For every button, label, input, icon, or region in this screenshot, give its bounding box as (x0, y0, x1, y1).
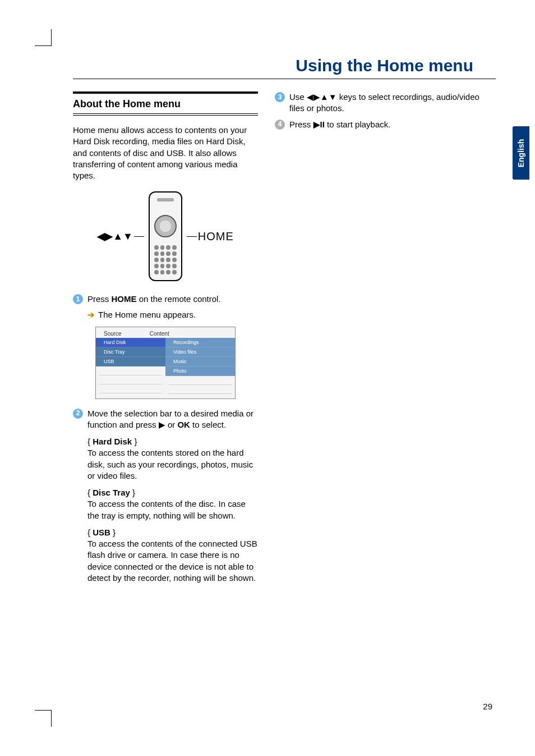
option-label: USB (93, 528, 110, 537)
right-column: 3 Use ◀▶▲▼ keys to select recordings, au… (275, 91, 496, 584)
home-key-label: HOME (112, 294, 137, 304)
page-number: 29 (483, 702, 492, 711)
option-label-row: { USB } (87, 527, 258, 538)
menu-item-harddisk: Hard Disk (96, 338, 165, 347)
remote-control-diagram: ◀▶▲▼ HOME (73, 191, 258, 281)
menu-item-photo: Photo (165, 366, 235, 376)
section-heading: About the Home menu (73, 98, 258, 110)
text: Use (289, 92, 307, 102)
result-text: The Home menu appears. (98, 310, 196, 320)
nav-keys-callout: ◀▶▲▼ (97, 230, 144, 242)
ok-key-label: OK (177, 420, 190, 429)
result-arrow-icon: ➔ (87, 310, 95, 320)
option-disc-tray: { Disc Tray } To access the contents of … (87, 487, 258, 521)
left-column: About the Home menu Home menu allows acc… (73, 91, 258, 584)
nav-arrows-icon: ◀▶▲▼ (97, 230, 133, 242)
option-description: To access the contents of the connected … (87, 538, 258, 584)
option-description: To access the contents stored on the har… (87, 447, 258, 482)
source-header: Source (104, 331, 122, 337)
content-header: Content (150, 331, 169, 337)
step-1-result: ➔ The Home menu appears. (87, 310, 258, 320)
menu-item-disctray: Disc Tray (96, 347, 165, 357)
step-1: 1 Press HOME on the remote control. (73, 294, 258, 305)
page-title: Using the Home menu (73, 56, 496, 79)
crop-mark-top-left (35, 29, 52, 46)
option-usb: { USB } To access the contents of the co… (87, 527, 258, 584)
intro-paragraph: Home menu allows access to contents on y… (73, 125, 258, 181)
menu-item-videofiles: Video files (165, 347, 235, 357)
option-hard-disk: { Hard Disk } To access the contents sto… (87, 436, 258, 482)
step-3-text: Use ◀▶▲▼ keys to select recordings, audi… (289, 91, 496, 114)
text: to start playback. (325, 120, 391, 129)
text: to select. (190, 420, 226, 429)
menu-column-headers: Source Content (96, 327, 235, 338)
text: on the remote control. (137, 294, 221, 304)
menu-item-music: Music (165, 357, 235, 366)
home-menu-screenshot: Source Content Hard Disk Disc Tray USB R… (95, 327, 236, 399)
nav-arrows-icon: ◀▶▲▼ (307, 92, 337, 102)
step-number-4: 4 (275, 120, 285, 130)
leader-line (187, 236, 197, 237)
play-pause-icon: ▶II (313, 120, 325, 129)
step-2: 2 Move the selection bar to a desired me… (73, 408, 258, 431)
step-2-text: Move the selection bar to a desired medi… (87, 408, 258, 431)
menu-content-column: Recordings Video files Music Photo (165, 338, 235, 398)
option-label: Disc Tray (93, 488, 130, 497)
two-column-layout: About the Home menu Home menu allows acc… (73, 91, 496, 584)
option-label: Hard Disk (93, 437, 132, 446)
menu-source-column: Hard Disk Disc Tray USB (96, 338, 165, 398)
language-tab: English (513, 126, 529, 180)
crop-mark-bottom-left (35, 710, 52, 727)
option-description: To access the contents of the disc. In c… (87, 498, 258, 521)
section-heading-rule: About the Home menu (73, 91, 258, 116)
step-number-2: 2 (73, 409, 83, 419)
home-label: HOME (198, 230, 234, 243)
option-label-row: { Hard Disk } (87, 436, 258, 447)
step-1-text: Press HOME on the remote control. (87, 294, 258, 305)
text: Press (289, 120, 313, 129)
step-4-text: Press ▶II to start playback. (289, 119, 496, 130)
step-4: 4 Press ▶II to start playback. (275, 119, 496, 130)
language-label: English (516, 139, 525, 167)
step-3: 3 Use ◀▶▲▼ keys to select recordings, au… (275, 91, 496, 114)
right-arrow-icon: ▶ (159, 420, 165, 429)
leader-line (134, 236, 144, 237)
text: or (165, 420, 178, 429)
page-content: Using the Home menu About the Home menu … (73, 56, 496, 711)
step-number-3: 3 (275, 92, 285, 102)
menu-item-recordings: Recordings (165, 338, 235, 347)
remote-control-illustration (149, 191, 182, 281)
step-number-1: 1 (73, 294, 83, 304)
home-button-callout: HOME (187, 230, 234, 243)
option-label-row: { Disc Tray } (87, 487, 258, 498)
text: Press (87, 294, 112, 304)
menu-item-usb: USB (96, 357, 165, 366)
